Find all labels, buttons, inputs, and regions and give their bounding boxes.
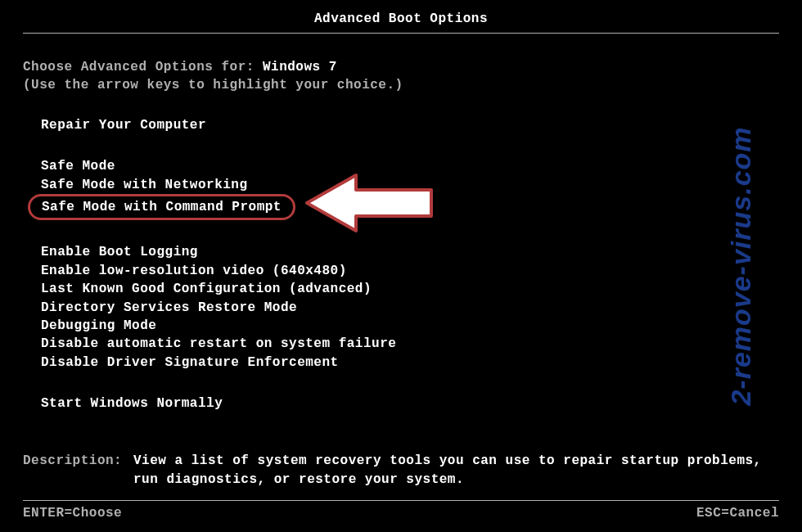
option-enable-boot-logging[interactable]: Enable Boot Logging [41,243,779,261]
option-disable-driver-sig[interactable]: Disable Driver Signature Enforcement [41,354,779,372]
option-disable-auto-restart[interactable]: Disable automatic restart on system fail… [41,335,779,353]
option-safe-mode-networking[interactable]: Safe Mode with Networking [41,176,779,194]
option-repair-computer[interactable]: Repair Your Computer [41,116,779,134]
watermark-text: 2-remove-virus.com [725,126,757,405]
option-last-known-good[interactable]: Last Known Good Configuration (advanced) [41,280,779,298]
description-label: Description: [23,452,133,489]
option-debugging-mode[interactable]: Debugging Mode [41,317,779,335]
option-safe-mode-cmd[interactable]: Safe Mode with Command Prompt [28,194,295,220]
option-ds-restore[interactable]: Directory Services Restore Mode [41,299,779,317]
os-name: Windows 7 [263,60,337,74]
option-start-normally[interactable]: Start Windows Normally [41,394,779,413]
description-text: View a list of system recovery tools you… [133,452,779,489]
choose-label: Choose Advanced Options for: [23,60,255,74]
top-divider [23,33,779,34]
footer-enter-hint: ENTER=Choose [23,506,122,521]
hint-text: (Use the arrow keys to highlight your ch… [23,76,779,94]
option-safe-mode[interactable]: Safe Mode [41,157,779,175]
footer-esc-hint: ESC=Cancel [696,506,779,521]
bottom-divider [23,500,779,501]
page-title: Advanced Boot Options [23,11,779,33]
option-low-res-video[interactable]: Enable low-resolution video (640x480) [41,262,779,280]
